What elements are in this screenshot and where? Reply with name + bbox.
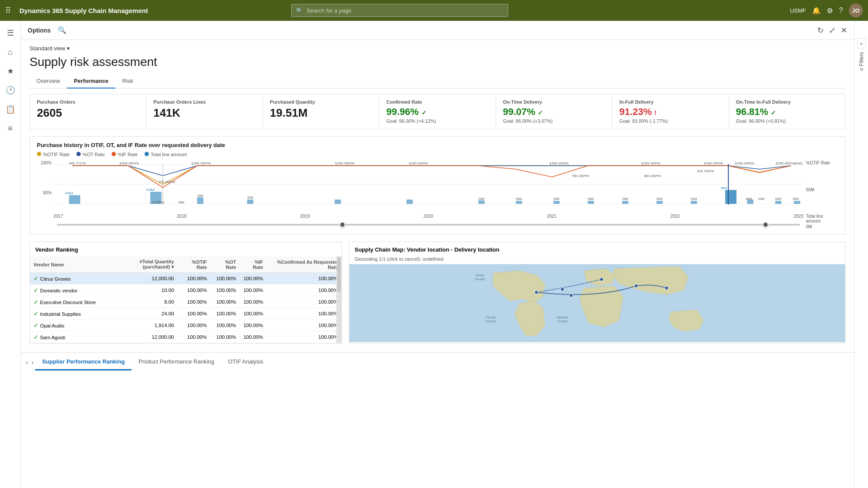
svg-point-64 <box>600 278 603 281</box>
content-area: Options 🔍 ↻ ⤢ ✕ Standard view ▾ Supply r… <box>21 21 854 488</box>
chart-container: 100% 50% <box>37 160 838 229</box>
confirmed-cell: 100.00% <box>266 343 342 344</box>
app-title: Dynamics 365 Supply Chain Management <box>20 7 148 14</box>
kpi-in-full-delivery: In-Full Delivery 91.23% ! Goal: 93.00% (… <box>612 94 729 129</box>
avatar[interactable]: JO <box>849 3 863 17</box>
chart-time-slider[interactable] <box>57 220 800 229</box>
confirmed-cell: 100.00% <box>266 331 342 343</box>
bottom-tab-supplier[interactable]: Supplier Performance Ranking <box>35 354 132 370</box>
sidebar-home-icon[interactable]: ⌂ <box>2 43 19 61</box>
chart-legend: %OTIF Rate %OT Rate %IF Rate Total line … <box>37 152 838 157</box>
vendor-table-wrap[interactable]: Vendor Name #Total Quantity (purchased) … <box>30 256 342 343</box>
svg-text:100.00%: 100.00% <box>549 161 569 165</box>
slider-right-thumb[interactable] <box>763 222 769 228</box>
svg-point-67 <box>569 294 573 297</box>
qty-cell: 8.00 <box>108 296 177 308</box>
kpi-on-time-in-full-delivery: On-Time In-Full Delivery 96.81% ✓ Goal: … <box>729 94 845 129</box>
sidebar: ☰ ⌂ ★ 🕐 📋 ≡ <box>0 21 21 488</box>
help-icon[interactable]: ? <box>839 7 843 14</box>
svg-rect-7 <box>335 200 341 204</box>
svg-point-62 <box>535 291 538 294</box>
table-row[interactable]: ✓ Citrus Groves 12,000.00 100.00% 100.00… <box>30 273 342 285</box>
qty-cell: 24.00 <box>108 308 177 320</box>
table-row[interactable]: ✓ Opal Audio 1,914.00 100.00% 100.00% 10… <box>30 320 342 331</box>
kpi-purchased-quantity: Purchased Quantity 19.51M <box>263 94 379 129</box>
table-row[interactable]: ✓ Domestic vendor 10.00 100.00% 100.00% … <box>30 285 342 296</box>
filters-label[interactable]: ≡ Filters <box>858 52 865 71</box>
nav-right-icons: USMF 🔔 ⚙ ? JO <box>790 3 863 17</box>
otif-cell: 100.00% <box>178 285 210 296</box>
confirmed-cell: 100.00% <box>266 320 342 331</box>
filter-collapse-btn[interactable]: « <box>857 38 866 49</box>
tab-risk[interactable]: Risk <box>115 74 140 88</box>
tab-performance[interactable]: Performance <box>67 74 115 88</box>
otif-cell: 100.00% <box>178 331 210 343</box>
ot-cell: 100.00% <box>210 273 240 285</box>
svg-text:0M: 0M <box>478 197 484 201</box>
y-axis-left: 100% 50% <box>37 160 53 229</box>
x-axis-labels: 2017 2018 2019 2020 2021 2022 2023 <box>53 214 803 219</box>
ot-cell: 100.00% <box>210 296 240 308</box>
table-row[interactable]: ✓ Executive Discount Store 8.00 100.00% … <box>30 296 342 308</box>
status-check-icon: ✓ <box>33 310 39 317</box>
bottom-nav-next[interactable]: › <box>30 355 36 369</box>
status-check-icon: ✓ <box>33 322 39 329</box>
collapse-button-area: « <box>857 38 866 52</box>
ot-cell: 100.00% <box>210 285 240 296</box>
svg-rect-16 <box>725 190 736 204</box>
col-total-qty[interactable]: #Total Quantity (purchased) ▾ <box>108 256 177 273</box>
svg-rect-18 <box>775 201 781 204</box>
bottom-tab-otif[interactable]: OTIF Analysis <box>221 354 270 370</box>
waffle-icon[interactable]: ⠿ <box>5 6 11 15</box>
expand-icon[interactable]: ⤢ <box>829 26 835 35</box>
scrollbar-track[interactable] <box>336 256 342 343</box>
sidebar-modules-icon[interactable]: ≡ <box>2 120 19 137</box>
options-right-actions: ↻ ⤢ ✕ <box>817 26 847 35</box>
tab-overview[interactable]: Overview <box>30 74 67 88</box>
svg-text:100.00%: 100.00% <box>794 161 803 165</box>
vendor-name-cell: ✓ Sam Agosti <box>30 331 108 343</box>
chart-svg: 99.71% 100.00% 75.00% 100.00% 100.00% 10… <box>53 160 803 213</box>
svg-text:50.00%: 50.00% <box>572 174 589 178</box>
svg-rect-6 <box>247 200 253 204</box>
bottom-nav-prev[interactable]: ‹ <box>24 355 30 369</box>
search-bar[interactable]: 🔍 <box>291 4 508 17</box>
svg-text:0M: 0M <box>657 197 663 201</box>
supply-map-panel: Supply Chain Map: Vendor location - Deli… <box>349 242 845 344</box>
bottom-tab-product[interactable]: Product Performance Ranking <box>132 354 221 370</box>
table-row[interactable]: ✓ Industrial Supplies 24.00 100.00% 100.… <box>30 308 342 320</box>
svg-rect-19 <box>794 201 800 204</box>
col-ot: %OT Rate <box>210 256 240 273</box>
sidebar-recent-icon[interactable]: 🕐 <box>2 82 19 99</box>
standard-view-label: Standard view <box>30 45 65 52</box>
confirmed-cell: 100.00% <box>266 308 342 320</box>
search-input[interactable] <box>306 7 503 14</box>
options-search-icon[interactable]: 🔍 <box>58 26 66 34</box>
close-icon[interactable]: ✕ <box>841 26 847 35</box>
standard-view-dropdown[interactable]: Standard view ▾ <box>30 45 845 52</box>
if-cell: 100.00% <box>240 285 266 296</box>
svg-text:Ocean: Ocean <box>557 319 568 323</box>
sidebar-favorites-icon[interactable]: ★ <box>2 62 19 80</box>
svg-text:0M: 0M <box>758 197 764 201</box>
svg-text:100.00%: 100.00% <box>641 161 661 165</box>
search-icon: 🔍 <box>296 7 303 14</box>
col-if: %IF Rate <box>240 256 266 273</box>
if-cell: 100.00% <box>240 296 266 308</box>
qty-cell: 20.00 <box>108 343 177 344</box>
refresh-icon[interactable]: ↻ <box>817 26 824 35</box>
filter-panel: « ≡ Filters <box>854 21 868 488</box>
if-cell: 100.00% <box>240 273 266 285</box>
if-cell: 100.00% <box>240 308 266 320</box>
map-area[interactable]: Arctic Ocean Pacific Ocean Atlantic Ocea… <box>349 264 845 342</box>
settings-icon[interactable]: ⚙ <box>827 7 833 15</box>
notification-icon[interactable]: 🔔 <box>812 7 821 15</box>
slider-left-thumb[interactable] <box>339 222 345 228</box>
sidebar-menu-icon[interactable]: ☰ <box>2 24 19 42</box>
table-row[interactable]: ✓ ヤハー株式会社 20.00 100.00% 100.00% 100.00% … <box>30 343 342 344</box>
sidebar-workspaces-icon[interactable]: 📋 <box>2 101 19 118</box>
svg-text:100.00%: 100.00% <box>735 161 755 165</box>
table-row[interactable]: ✓ Sam Agosti 12,000.00 100.00% 100.00% 1… <box>30 331 342 343</box>
scrollbar-thumb[interactable] <box>337 257 341 292</box>
options-bar: Options 🔍 ↻ ⤢ ✕ <box>21 21 854 40</box>
